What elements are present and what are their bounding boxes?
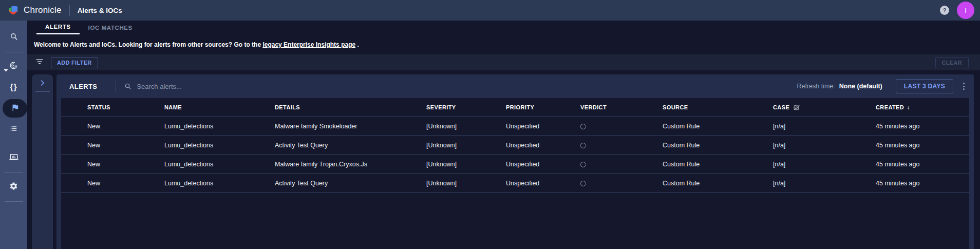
cell-priority: Unspecified (480, 123, 554, 130)
column-header-created[interactable]: CREATED ↓ (850, 104, 969, 111)
cell-case: [n/a] (747, 180, 850, 187)
verdict-empty-circle-icon (580, 181, 586, 186)
cell-source: Custom Rule (636, 123, 747, 130)
table-row[interactable]: New Lumu_detections Malware family Smoke… (61, 117, 969, 136)
cell-created: 45 minutes ago (850, 123, 969, 130)
panel-divider (35, 91, 50, 92)
gear-icon (9, 182, 18, 193)
sort-descending-icon[interactable]: ↓ (907, 104, 910, 111)
panel-header-actions: Refresh time: None (default) LAST 3 DAYS (797, 79, 974, 93)
user-avatar[interactable]: I (957, 2, 974, 19)
verdict-empty-circle-icon (580, 124, 586, 129)
verdict-empty-circle-icon (580, 143, 586, 148)
title-divider (69, 5, 70, 16)
cell-case: [n/a] (747, 161, 850, 168)
table-body: New Lumu_detections Malware family Smoke… (61, 117, 969, 193)
sidebar-item-search[interactable] (0, 28, 27, 47)
tab-ioc-matches[interactable]: IOC MATCHES (80, 21, 141, 34)
column-header-priority[interactable]: PRIORITY (480, 104, 554, 110)
column-header-severity[interactable]: SEVERITY (400, 104, 480, 110)
cell-status: New (61, 142, 138, 149)
column-header-details[interactable]: DETAILS (249, 104, 400, 110)
cell-case: [n/a] (747, 142, 850, 149)
cell-severity: [Unknown] (400, 161, 480, 168)
column-header-name[interactable]: NAME (138, 104, 249, 110)
chronicle-logo-icon[interactable] (7, 5, 19, 16)
sidebar-item-settings[interactable] (0, 178, 27, 196)
sidebar-item-dashboards[interactable] (0, 149, 27, 167)
cell-name: Lumu_detections (138, 142, 249, 149)
search-alerts-input[interactable] (137, 83, 311, 90)
nav-rail: {} (0, 21, 27, 249)
refresh-time-label: Refresh time: (797, 83, 835, 90)
help-icon[interactable]: ? (940, 6, 949, 15)
brand-name: Chronicle (24, 5, 62, 15)
legacy-insights-link[interactable]: legacy Enterprise Insights page (262, 41, 355, 48)
cell-status: New (61, 123, 138, 130)
cell-severity: [Unknown] (400, 180, 480, 187)
cell-verdict (554, 162, 636, 167)
tab-alerts[interactable]: ALERTS (36, 21, 80, 34)
sidebar-item-alerts-iocs[interactable] (0, 99, 27, 118)
cell-created: 45 minutes ago (850, 142, 969, 149)
expand-panel-chevron-icon[interactable] (39, 79, 46, 87)
flag-icon (11, 103, 20, 114)
sidebar-item-detections[interactable] (0, 57, 27, 75)
cell-name: Lumu_detections (138, 161, 249, 168)
column-header-status[interactable]: STATUS (61, 104, 138, 110)
cell-severity: [Unknown] (400, 123, 480, 130)
target-radar-icon (9, 61, 18, 72)
more-options-icon[interactable] (961, 81, 967, 92)
page-title: Alerts & IOCs (78, 7, 122, 14)
column-header-source[interactable]: SOURCE (636, 104, 747, 110)
cell-case: [n/a] (747, 123, 850, 130)
laptop-chart-icon (9, 152, 18, 164)
cell-created: 45 minutes ago (850, 180, 969, 187)
search-icon (9, 32, 18, 43)
cell-details: Malware family Smokeloader (249, 123, 400, 130)
sidebar-divider (5, 201, 23, 202)
cell-details: Malware family Trojan.Cryxos.Js (249, 161, 400, 168)
welcome-banner: Welcome to Alerts and IoCs. Looking for … (27, 34, 980, 53)
cell-verdict (554, 124, 636, 129)
chevron-down-icon[interactable] (4, 65, 8, 74)
verdict-empty-circle-icon (580, 162, 586, 167)
content-area: ALERTS IOC MATCHES Welcome to Alerts and… (27, 21, 980, 249)
cell-verdict (554, 143, 636, 148)
welcome-suffix: . (355, 41, 359, 48)
cell-source: Custom Rule (636, 161, 747, 168)
header-divider (116, 81, 116, 92)
table-row[interactable]: New Lumu_detections Malware family Troja… (61, 155, 969, 174)
clear-filters-button[interactable]: CLEAR (935, 57, 969, 68)
cell-verdict (554, 181, 636, 186)
cell-status: New (61, 180, 138, 187)
table-row[interactable]: New Lumu_detections Activity Test Query … (61, 174, 969, 193)
chronicle-app: Chronicle Alerts & IOCs ? I (0, 0, 980, 249)
cell-priority: Unspecified (480, 142, 554, 149)
tab-bar: ALERTS IOC MATCHES (27, 21, 980, 34)
cell-created: 45 minutes ago (850, 161, 969, 168)
column-header-case[interactable]: CASE (747, 104, 850, 111)
filter-icon[interactable] (35, 57, 44, 68)
alerts-table: STATUS NAME DETAILS SEVERITY PRIORITY VE… (61, 98, 969, 249)
sidebar-item-rules-editor[interactable]: {} (0, 78, 27, 97)
sidebar-item-case-list[interactable] (0, 120, 27, 139)
edit-box-icon[interactable] (793, 104, 800, 111)
search-icon (124, 82, 132, 90)
add-filter-button[interactable]: ADD FILTER (51, 57, 98, 68)
table-row[interactable]: New Lumu_detections Activity Test Query … (61, 136, 969, 155)
alerts-panel-title: ALERTS (69, 83, 97, 90)
column-header-verdict[interactable]: VERDICT (554, 104, 636, 110)
time-range-button[interactable]: LAST 3 DAYS (896, 79, 953, 93)
sidebar-divider (5, 173, 23, 173)
cell-status: New (61, 161, 138, 168)
welcome-text: Welcome to Alerts and IoCs. Looking for … (34, 41, 262, 48)
sidebar-divider (5, 144, 23, 144)
cell-source: Custom Rule (636, 142, 747, 149)
list-icon (9, 124, 18, 135)
table-header-row: STATUS NAME DETAILS SEVERITY PRIORITY VE… (61, 98, 969, 117)
cell-name: Lumu_detections (138, 123, 249, 130)
cell-priority: Unspecified (480, 161, 554, 168)
cell-priority: Unspecified (480, 180, 554, 187)
topbar-actions: ? I (940, 2, 980, 19)
